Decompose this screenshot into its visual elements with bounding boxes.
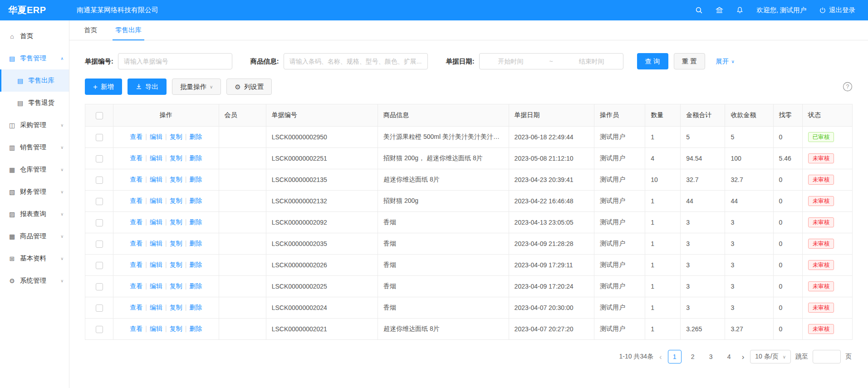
delete-link[interactable]: 删除: [189, 304, 202, 311]
edit-link[interactable]: 编辑: [150, 154, 162, 162]
search-icon[interactable]: [695, 6, 703, 14]
sidebar-item-system-management[interactable]: ⚙ 系统管理 ∨: [0, 270, 69, 292]
export-button[interactable]: 导出: [128, 79, 167, 95]
page-size-select[interactable]: 10 条/页 ∨: [750, 350, 791, 363]
copy-link[interactable]: 复制: [170, 154, 182, 162]
date-range-picker[interactable]: ~: [479, 53, 623, 69]
copy-link[interactable]: 复制: [170, 304, 182, 311]
prev-page-button[interactable]: ‹: [658, 353, 663, 361]
delete-link[interactable]: 删除: [189, 197, 202, 204]
jump-input[interactable]: [813, 350, 841, 363]
copy-link[interactable]: 复制: [170, 282, 182, 290]
help-icon[interactable]: ?: [843, 82, 853, 92]
edit-link[interactable]: 编辑: [150, 176, 162, 183]
sidebar-item-finance-management[interactable]: ▧ 财务管理 ∨: [0, 181, 69, 203]
sidebar-item-purchase-management[interactable]: ◫ 采购管理 ∨: [0, 114, 69, 136]
edit-link[interactable]: 编辑: [150, 304, 162, 311]
row-checkbox[interactable]: [96, 134, 103, 141]
row-checkbox[interactable]: [96, 262, 103, 269]
status-badge: 未审核: [808, 196, 834, 206]
row-checkbox[interactable]: [96, 198, 103, 205]
edit-link[interactable]: 编辑: [150, 197, 162, 204]
edit-link[interactable]: 编辑: [150, 325, 162, 332]
tab-retail-outbound[interactable]: 零售出库: [115, 20, 142, 40]
view-link[interactable]: 查看: [130, 325, 142, 332]
view-link[interactable]: 查看: [130, 218, 142, 226]
row-checkbox[interactable]: [96, 283, 103, 290]
delete-link[interactable]: 删除: [189, 176, 202, 183]
row-checkbox[interactable]: [96, 241, 103, 248]
col-header-change: 找零: [773, 104, 802, 127]
select-all-checkbox[interactable]: [96, 112, 103, 119]
row-checkbox[interactable]: [96, 305, 103, 312]
copy-link[interactable]: 复制: [170, 133, 182, 140]
copy-link[interactable]: 复制: [170, 261, 182, 268]
edit-link[interactable]: 编辑: [150, 218, 162, 226]
row-checkbox[interactable]: [96, 326, 103, 333]
sidebar-item-basic-data[interactable]: ⊞ 基本资料 ∨: [0, 247, 69, 270]
page-button-4[interactable]: 4: [722, 350, 736, 363]
date-start-input[interactable]: [484, 58, 538, 65]
edit-link[interactable]: 编辑: [150, 282, 162, 290]
tab-home[interactable]: 首页: [84, 20, 97, 40]
search-button[interactable]: 查 询: [637, 53, 668, 69]
edit-link[interactable]: 编辑: [150, 261, 162, 268]
sidebar-item-product-management[interactable]: ▩ 商品管理 ∨: [0, 225, 69, 247]
delete-link[interactable]: 删除: [189, 133, 202, 140]
view-link[interactable]: 查看: [130, 133, 142, 140]
copy-link[interactable]: 复制: [170, 197, 182, 204]
bank-icon[interactable]: [716, 6, 723, 14]
view-link[interactable]: 查看: [130, 282, 142, 290]
delete-link[interactable]: 删除: [189, 240, 202, 247]
row-checkbox[interactable]: [96, 177, 103, 184]
edit-link[interactable]: 编辑: [150, 133, 162, 140]
divider: |: [165, 133, 167, 140]
logout-button[interactable]: 退出登录: [819, 6, 855, 15]
view-link[interactable]: 查看: [130, 197, 142, 204]
view-link[interactable]: 查看: [130, 176, 142, 183]
row-checkbox[interactable]: [96, 219, 103, 226]
download-icon: [136, 83, 142, 90]
delete-link[interactable]: 删除: [189, 282, 202, 290]
add-button[interactable]: + 新增: [85, 79, 122, 95]
delete-link[interactable]: 删除: [189, 325, 202, 332]
sidebar-item-home[interactable]: ⌂ 首页: [0, 25, 69, 47]
row-checkbox[interactable]: [96, 155, 103, 162]
edit-link[interactable]: 编辑: [150, 240, 162, 247]
date-cell: 2023-04-07 20:27:20: [509, 319, 594, 340]
view-link[interactable]: 查看: [130, 304, 142, 311]
date-end-input[interactable]: [565, 58, 618, 65]
bell-icon[interactable]: [736, 6, 744, 14]
member-cell: [219, 297, 266, 319]
copy-link[interactable]: 复制: [170, 176, 182, 183]
delete-link[interactable]: 删除: [189, 154, 202, 162]
copy-link[interactable]: 复制: [170, 240, 182, 247]
sidebar-item-retail-management[interactable]: ▤ 零售管理 ∧: [0, 47, 69, 69]
expand-link[interactable]: 展开 ∨: [716, 57, 735, 66]
view-link[interactable]: 查看: [130, 240, 142, 247]
sidebar-item-report-query[interactable]: ▨ 报表查询 ∨: [0, 203, 69, 225]
next-page-button[interactable]: ›: [740, 353, 746, 361]
column-settings-button[interactable]: ⚙ 列设置: [226, 79, 272, 95]
copy-link[interactable]: 复制: [170, 325, 182, 332]
delete-link[interactable]: 删除: [189, 261, 202, 268]
view-link[interactable]: 查看: [130, 261, 142, 268]
doc-no-input[interactable]: [118, 53, 232, 69]
pagination-summary: 1-10 共34条: [619, 353, 653, 361]
page-button-1[interactable]: 1: [668, 350, 682, 363]
delete-link[interactable]: 删除: [189, 218, 202, 226]
operator-cell: 测试用户: [594, 148, 645, 169]
page-button-2[interactable]: 2: [686, 350, 700, 363]
view-link[interactable]: 查看: [130, 154, 142, 162]
product-info-input[interactable]: [284, 53, 428, 69]
sidebar-item-warehouse-management[interactable]: ▦ 仓库管理 ∨: [0, 158, 69, 181]
page-button-3[interactable]: 3: [704, 350, 718, 363]
product-cell: 香烟: [378, 233, 509, 255]
status-cell: 未审核: [802, 319, 852, 340]
reset-button[interactable]: 重 置: [674, 53, 705, 69]
batch-actions-button[interactable]: 批量操作 ∨: [172, 79, 221, 95]
sidebar-item-retail-outbound[interactable]: ▤ 零售出库: [0, 69, 69, 92]
copy-link[interactable]: 复制: [170, 218, 182, 226]
sidebar-item-sales-management[interactable]: ▥ 销售管理 ∨: [0, 136, 69, 158]
sidebar-item-retail-returns[interactable]: ▤ 零售退货: [0, 92, 69, 114]
